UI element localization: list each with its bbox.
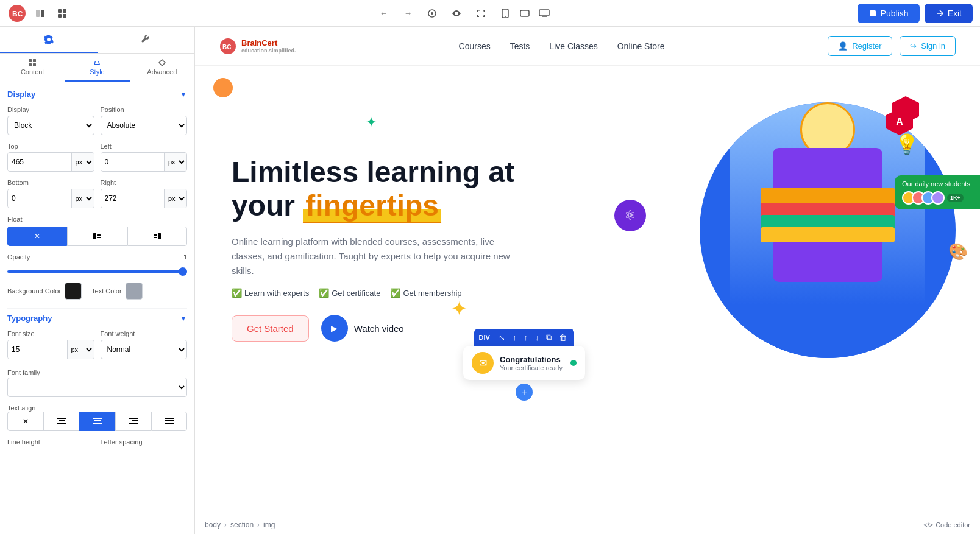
register-button[interactable]: 👤 Register (828, 36, 892, 56)
letter-spacing-label: Letter spacing (101, 438, 188, 446)
expand-btn[interactable] (472, 5, 489, 22)
float-buttons: ✕ (7, 227, 187, 246)
font-size-input-group: pxemrem (7, 340, 94, 359)
bottom-unit-select[interactable]: px% (71, 189, 94, 208)
svg-rect-16 (29, 59, 32, 62)
float-btn-right[interactable] (127, 227, 187, 246)
bottom-group: Bottom px% (7, 179, 94, 208)
grid-toggle-btn[interactable] (54, 5, 71, 22)
text-align-row: Text align ✕ (7, 404, 187, 431)
text-align-right-btn[interactable] (115, 412, 151, 431)
get-started-button[interactable]: Get Started (232, 315, 309, 342)
position-group: Position Absolute Relative Fixed (101, 106, 188, 135)
right-group: Right px% (101, 179, 188, 208)
font-weight-select[interactable]: Normal Bold Light (101, 340, 188, 359)
div-down-btn[interactable]: ↓ (533, 332, 542, 343)
svg-rect-14 (539, 10, 549, 16)
style-tab-style[interactable]: Style (65, 54, 129, 82)
opacity-slider[interactable] (7, 270, 187, 273)
panel-toggle-btn[interactable] (32, 5, 49, 22)
undo-btn[interactable]: ← (375, 5, 392, 22)
nav-courses[interactable]: Courses (459, 41, 491, 51)
opacity-label: Opacity (7, 253, 30, 261)
float-btn-none[interactable]: ✕ (7, 227, 67, 246)
figma-icon: 🎨 (948, 242, 968, 261)
exit-button[interactable]: Exit (925, 4, 973, 23)
display-section-header[interactable]: Display ▼ (7, 90, 187, 99)
breadcrumb-sep1: › (224, 521, 227, 529)
font-size-input[interactable] (8, 340, 67, 359)
nav-tests[interactable]: Tests (510, 41, 530, 51)
letter-spacing-group: Letter spacing (101, 438, 188, 446)
typography-header[interactable]: Typography ▼ (7, 314, 187, 323)
right-label: Right (101, 179, 188, 186)
publish-button[interactable]: Publish (857, 4, 920, 23)
left-input[interactable] (101, 153, 165, 171)
svg-rect-29 (93, 418, 102, 419)
add-element-btn[interactable]: + (516, 384, 533, 401)
svg-rect-2 (36, 10, 40, 17)
svg-rect-30 (94, 420, 101, 421)
watch-video-button[interactable]: ▶ Watch video (321, 315, 404, 342)
svg-rect-21 (97, 234, 101, 236)
tab-tools[interactable] (98, 27, 195, 53)
style-tab-advanced[interactable]: Advanced (130, 54, 194, 82)
bottom-input[interactable] (8, 189, 71, 208)
right-input[interactable] (101, 189, 165, 208)
font-family-select[interactable]: Arial Helvetica Roboto (7, 378, 187, 397)
canvas-area: BC BrainCert education.simplified. Cours… (195, 27, 980, 534)
display-select[interactable]: Block Inline Flex (7, 116, 94, 135)
div-up-btn[interactable]: ↑ (510, 332, 519, 343)
div-move-btn[interactable]: ⤡ (496, 332, 508, 343)
font-size-unit[interactable]: pxemrem (67, 340, 94, 359)
position-select[interactable]: Absolute Relative Fixed (101, 116, 188, 135)
svg-rect-36 (165, 420, 174, 421)
star-green-decoration: ✦ (366, 114, 377, 130)
font-weight-label: Font weight (101, 330, 188, 337)
svg-text:BC: BC (222, 44, 231, 51)
breadcrumb-img: img (263, 521, 275, 529)
site-logo-text: BrainCert education.simplified. (241, 38, 296, 54)
left-group: Left px% (101, 142, 188, 172)
top-left-row: Top px% Left px% (7, 142, 187, 172)
breadcrumb: body › section › img (205, 521, 275, 529)
float-btn-left[interactable] (67, 227, 127, 246)
tablet-btn[interactable] (516, 5, 533, 22)
div-up2-btn[interactable]: ↑ (521, 332, 530, 343)
check2-icon: ✅ (319, 288, 329, 298)
svg-rect-17 (33, 59, 36, 62)
text-align-center-btn[interactable] (43, 412, 79, 431)
div-copy-btn[interactable]: ⧉ (544, 331, 554, 343)
top-input[interactable] (8, 153, 71, 171)
bg-color-swatch[interactable] (65, 283, 82, 300)
code-editor-button[interactable]: </> Code editor (923, 521, 970, 529)
signin-button[interactable]: ↪ Sign in (900, 36, 956, 56)
left-unit-select[interactable]: px% (164, 153, 186, 171)
right-unit-select[interactable]: px% (164, 189, 186, 208)
svg-rect-24 (154, 234, 157, 236)
bottom-label: Bottom (7, 179, 94, 186)
text-align-center2-btn[interactable] (79, 412, 115, 431)
display-title: Display (7, 90, 35, 99)
svg-rect-27 (59, 420, 65, 421)
right-input-group: px% (101, 189, 188, 208)
redo-btn[interactable]: → (399, 5, 416, 22)
text-align-justify-btn[interactable] (151, 412, 187, 431)
svg-rect-22 (97, 237, 101, 238)
svg-rect-7 (63, 14, 66, 18)
tab-settings[interactable] (0, 27, 98, 53)
history-btn[interactable] (424, 5, 441, 22)
preview-btn[interactable] (448, 5, 465, 22)
text-align-left-btn[interactable]: ✕ (7, 412, 43, 431)
top-unit-select[interactable]: px% (71, 153, 94, 171)
mobile-btn[interactable] (497, 5, 514, 22)
text-color-swatch[interactable] (126, 283, 143, 300)
nav-live-classes[interactable]: Live Classes (549, 41, 597, 51)
nav-online-store[interactable]: Online Store (617, 41, 665, 51)
desktop-btn[interactable] (536, 5, 553, 22)
svg-rect-33 (132, 420, 138, 421)
display-group: Display Block Inline Flex (7, 106, 94, 135)
check3: ✅ Get membership (390, 288, 461, 298)
div-delete-btn[interactable]: 🗑 (556, 332, 569, 343)
style-tab-content[interactable]: Content (0, 54, 65, 82)
